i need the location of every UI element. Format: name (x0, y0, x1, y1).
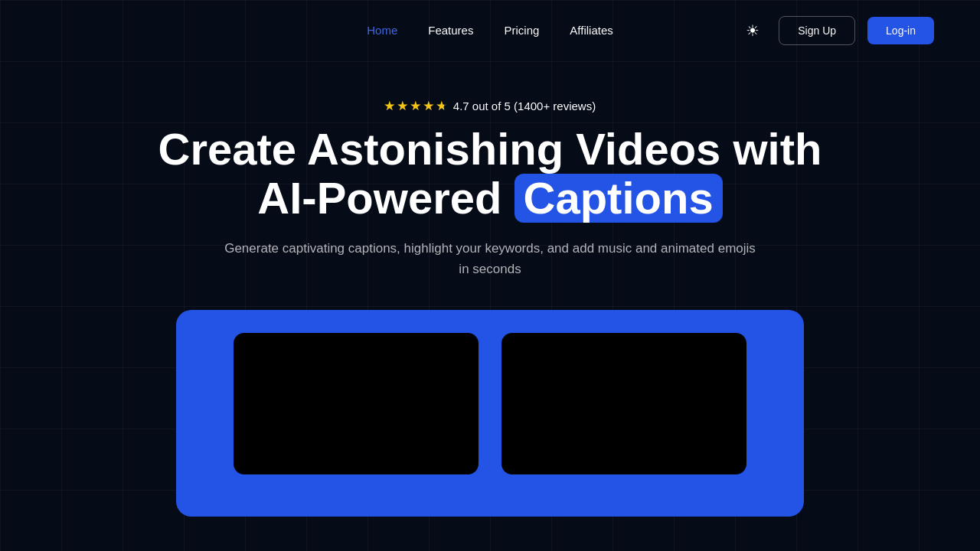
star-rating (384, 101, 447, 112)
nav-link-features[interactable]: Features (428, 24, 473, 37)
nav-item-pricing[interactable]: Pricing (504, 24, 539, 37)
star-2 (397, 101, 408, 112)
review-text: 4.7 out of 5 (1400+ reviews) (453, 99, 596, 112)
nav-right: ☀ Sign Up Log-in (739, 16, 934, 45)
video-placeholder-left (234, 333, 479, 474)
login-button[interactable]: Log-in (867, 17, 934, 44)
navbar: Home Features Pricing Affiliates ☀ Sign … (0, 0, 980, 61)
nav-item-affiliates[interactable]: Affiliates (570, 24, 612, 37)
hero-title-highlight: Captions (514, 174, 723, 223)
star-5 (436, 101, 447, 112)
hero-section: 4.7 out of 5 (1400+ reviews) Create Asto… (0, 61, 980, 517)
star-1 (384, 101, 395, 112)
hero-title: Create Astonishing Videos with AI-Powere… (145, 125, 835, 223)
review-row: 4.7 out of 5 (1400+ reviews) (384, 99, 596, 112)
sun-icon: ☀ (746, 21, 760, 40)
theme-toggle-button[interactable]: ☀ (739, 17, 766, 44)
nav-links: Home Features Pricing Affiliates (367, 24, 613, 37)
hero-title-wrapper: Create Astonishing Videos with AI-Powere… (145, 125, 835, 223)
demo-card (176, 310, 804, 517)
video-placeholder-right (501, 333, 746, 474)
hero-subtitle: Generate captivating captions, highlight… (222, 238, 758, 279)
star-4 (423, 101, 434, 112)
signup-button[interactable]: Sign Up (779, 16, 855, 45)
nav-link-pricing[interactable]: Pricing (504, 24, 539, 37)
nav-item-home[interactable]: Home (367, 24, 397, 37)
nav-link-affiliates[interactable]: Affiliates (570, 24, 612, 37)
nav-link-home[interactable]: Home (367, 24, 397, 37)
star-3 (410, 101, 421, 112)
nav-item-features[interactable]: Features (428, 24, 473, 37)
